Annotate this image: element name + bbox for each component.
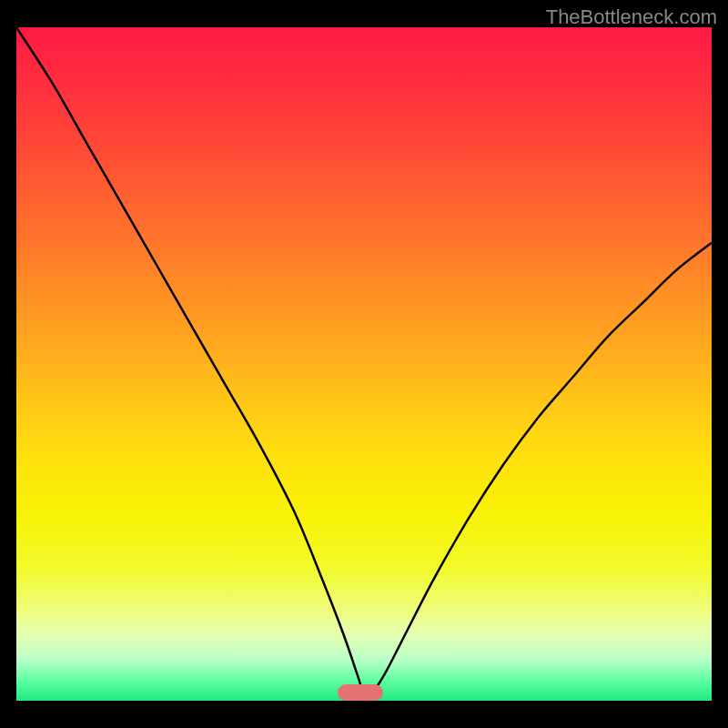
chart-plot-area	[16, 27, 712, 701]
chart-svg	[16, 27, 712, 701]
bottleneck-curve-line	[16, 27, 712, 696]
watermark-text: TheBottleneck.com	[546, 5, 717, 29]
optimal-marker	[338, 684, 383, 701]
